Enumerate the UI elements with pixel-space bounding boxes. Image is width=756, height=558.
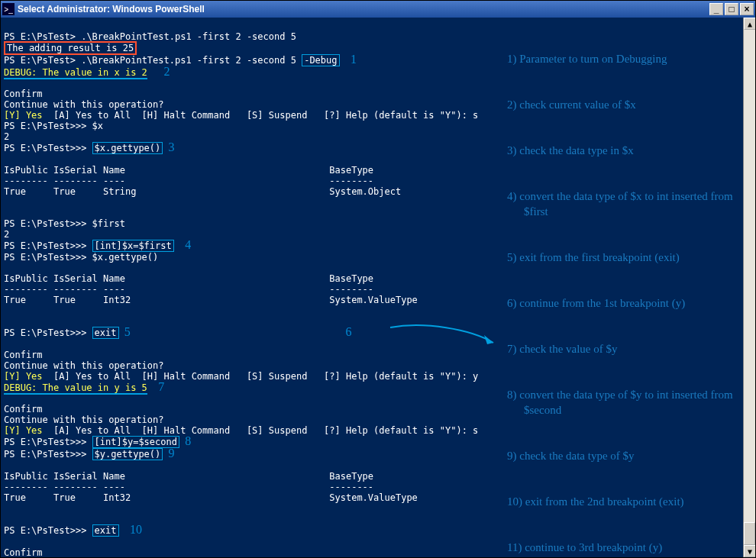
- user-input: s: [473, 425, 478, 436]
- prompt-nested: PS E:\PsTest>>>: [4, 449, 92, 460]
- command: $x.gettype(): [92, 252, 159, 263]
- command-highlight: [int]$y=$second: [92, 436, 179, 448]
- table-row: True True String System.Object: [4, 186, 401, 197]
- confirm-title: Confirm: [4, 350, 43, 360]
- table-row: True True Int32 System.ValueType: [4, 492, 418, 503]
- legend-item: 1) Parameter to turn on Debugging: [507, 51, 740, 66]
- annotation-6: 6: [346, 325, 352, 338]
- confirm-question: Continue with this operation?: [4, 360, 164, 371]
- legend-item: 2) check current value of $x: [507, 97, 740, 112]
- command-highlight: exit: [92, 327, 119, 339]
- prompt: PS E:\PsTest>: [4, 55, 81, 66]
- confirm-options: [A] Yes to All [H] Halt Command [S] Susp…: [43, 425, 467, 436]
- table-divider: -------- -------- ---- --------: [4, 482, 373, 492]
- arrow-icon: [386, 321, 501, 349]
- window-title: Select Administrator: Windows PowerShell: [18, 4, 708, 15]
- prompt-nested: PS E:\PsTest>>>: [4, 143, 92, 153]
- annotation-4: 4: [185, 238, 191, 251]
- annotation-8: 8: [185, 434, 191, 447]
- legend-item: 11) continue to 3rd breakpoint (y): [507, 540, 740, 555]
- prompt: PS E:\PsTest>: [4, 31, 81, 42]
- confirm-title: Confirm: [4, 547, 43, 557]
- table-row: True True Int32 System.ValueType: [4, 295, 418, 305]
- debug-output: DEBUG: The value in y is 5: [4, 382, 147, 395]
- prompt-nested: PS E:\PsTest>>>: [4, 240, 92, 251]
- output: 2: [4, 229, 9, 240]
- scroll-track[interactable]: [744, 30, 755, 545]
- legend-item: 7) check the value of $y: [507, 341, 740, 356]
- user-input: y: [473, 371, 478, 382]
- command-highlight: [int]$x=$first: [92, 240, 174, 252]
- annotation-5: 5: [124, 325, 131, 338]
- annotation-9: 9: [169, 447, 175, 460]
- powershell-icon: >_: [2, 3, 15, 15]
- maximize-button[interactable]: □: [725, 3, 738, 15]
- scroll-up-button[interactable]: ▲: [744, 18, 755, 30]
- command-highlight: $x.gettype(): [92, 142, 163, 154]
- confirm-title: Confirm: [4, 89, 43, 99]
- prompt-nested: PS E:\PsTest>>>: [4, 252, 92, 263]
- titlebar: >_ Select Administrator: Windows PowerSh…: [1, 1, 755, 18]
- minimize-button[interactable]: _: [709, 3, 723, 15]
- table-header: IsPublic IsSerial Name BaseType: [4, 273, 373, 284]
- user-input: s: [473, 110, 478, 121]
- command: $first: [92, 218, 125, 229]
- annotation-10: 10: [130, 523, 142, 536]
- legend-item: 5) exit from the first breakpoint (exit): [507, 250, 740, 265]
- result-highlight: The adding result is 25: [4, 41, 137, 55]
- confirm-yes: [Y] Yes: [4, 371, 43, 382]
- command-highlight: $y.gettype(): [92, 448, 163, 460]
- scroll-down-button[interactable]: ▼: [744, 545, 755, 557]
- legend-item: 8) convert the data type of $y to int in…: [507, 387, 740, 418]
- window: >_ Select Administrator: Windows PowerSh…: [0, 0, 756, 558]
- legend-panel: 1) Parameter to turn on Debugging 2) che…: [507, 21, 740, 557]
- command-highlight: exit: [92, 524, 119, 537]
- confirm-question: Continue with this operation?: [4, 99, 164, 110]
- legend-item: 9) check the data type of $y: [507, 448, 740, 463]
- annotation-2: 2: [164, 65, 170, 78]
- close-button[interactable]: ×: [740, 3, 754, 15]
- table-header: IsPublic IsSerial Name BaseType: [4, 165, 373, 176]
- table-divider: -------- -------- ---- --------: [4, 284, 373, 295]
- console[interactable]: PS E:\PsTest> .\BreakPointTest.ps1 -firs…: [1, 18, 743, 557]
- legend-item: 4) convert the data type of $x to int in…: [507, 189, 740, 219]
- command: .\BreakPointTest.ps1 -first 2 -second 5: [81, 55, 296, 66]
- prompt-nested: PS E:\PsTest>>>: [4, 218, 92, 229]
- command: $x: [92, 121, 103, 131]
- vertical-scrollbar[interactable]: ▲ ▼: [743, 18, 755, 557]
- annotation-1: 1: [351, 53, 357, 66]
- client-area: PS E:\PsTest> .\BreakPointTest.ps1 -firs…: [1, 18, 755, 557]
- table-header: IsPublic IsSerial Name BaseType: [4, 471, 373, 482]
- prompt-nested: PS E:\PsTest>>>: [4, 437, 92, 447]
- scroll-thumb[interactable]: [744, 522, 755, 545]
- legend-item: 10) exit from the 2nd breakpoint (exit): [507, 494, 740, 509]
- table-divider: -------- -------- ---- --------: [4, 176, 373, 186]
- prompt-nested: PS E:\PsTest>>>: [4, 525, 92, 536]
- confirm-yes: [Y] Yes: [4, 110, 43, 121]
- legend-item: 6) continue from the 1st breakpoint (y): [507, 295, 740, 311]
- legend-item: 3) check the data type in $x: [507, 143, 740, 158]
- annotation-3: 3: [169, 140, 175, 153]
- confirm-options: [A] Yes to All [H] Halt Command [S] Susp…: [43, 110, 467, 121]
- prompt-nested: PS E:\PsTest>>>: [4, 121, 92, 131]
- annotation-7: 7: [158, 380, 164, 393]
- command: .\BreakPointTest.ps1 -first 2 -second 5: [81, 31, 296, 42]
- prompt-nested: PS E:\PsTest>>>: [4, 327, 92, 338]
- output: 2: [4, 131, 9, 142]
- debug-output: DEBUG: The value in x is 2: [4, 67, 147, 79]
- confirm-question: Continue with this operation?: [4, 414, 164, 425]
- debug-flag-highlight: -Debug: [302, 54, 339, 66]
- confirm-options: [A] Yes to All [H] Halt Command [S] Susp…: [43, 371, 467, 382]
- confirm-title: Confirm: [4, 404, 43, 414]
- confirm-yes: [Y] Yes: [4, 425, 43, 436]
